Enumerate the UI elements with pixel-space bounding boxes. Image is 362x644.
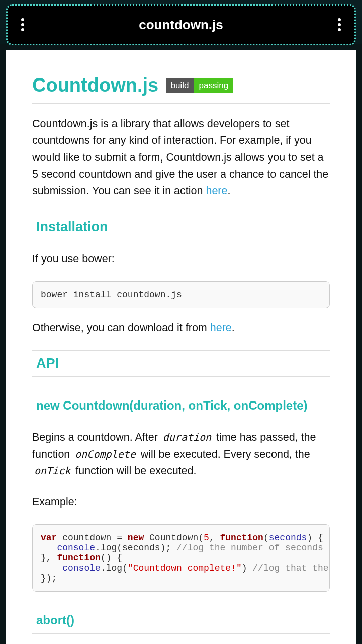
download-here-link[interactable]: here	[210, 321, 232, 334]
document-content: Countdown.js build passing Countdown.js …	[6, 50, 356, 644]
installation-heading: Installation	[32, 214, 330, 240]
abort-heading: abort()	[32, 607, 330, 634]
badge-label: build	[166, 78, 194, 93]
example-code-block: var countdown = new Countdown(5, functio…	[32, 524, 330, 592]
intro-here-link[interactable]: here	[206, 185, 227, 197]
app-title: countdown.js	[24, 17, 338, 33]
constructor-description: Begins a countdown. After duration time …	[32, 429, 330, 479]
bower-label: If you use bower:	[32, 251, 330, 267]
duration-code: duration	[161, 431, 213, 443]
intro-text: Countdown.js is a library that allows de…	[32, 118, 328, 197]
ontick-code: onTick	[32, 465, 72, 477]
download-paragraph: Otherwise, you can download it from here…	[32, 319, 330, 336]
intro-paragraph: Countdown.js is a library that allows de…	[32, 116, 330, 200]
bower-code-block: bower install countdown.js	[32, 281, 330, 308]
badge-status: passing	[194, 78, 234, 93]
menu-right-icon[interactable]	[338, 18, 341, 31]
app-bar-container: countdown.js	[0, 0, 362, 44]
page-title: Countdown.js	[32, 74, 158, 96]
example-label: Example:	[32, 494, 330, 510]
otherwise-post: .	[232, 321, 235, 334]
otherwise-pre: Otherwise, you can download it from	[32, 321, 210, 334]
oncomplete-code: onComplete	[73, 448, 137, 460]
app-bar: countdown.js	[7, 5, 355, 44]
build-badge[interactable]: build passing	[166, 78, 234, 93]
api-heading: API	[32, 350, 330, 377]
intro-period: .	[227, 185, 230, 197]
title-row: Countdown.js build passing	[32, 74, 330, 104]
constructor-heading: new Countdown(duration, onTick, onComple…	[32, 392, 330, 419]
